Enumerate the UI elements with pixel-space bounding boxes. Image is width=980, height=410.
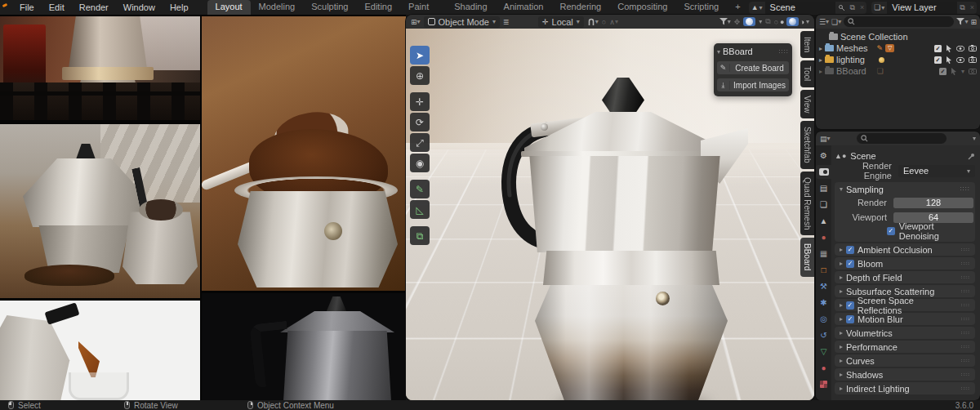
snap-icon[interactable]: ▾ bbox=[587, 18, 599, 26]
render-visibility-icon[interactable] bbox=[969, 68, 977, 74]
add-workspace-button[interactable]: + bbox=[727, 0, 748, 15]
overlays-toggle-icon[interactable] bbox=[743, 17, 755, 26]
scene-name-field[interactable]: Scene bbox=[765, 2, 835, 14]
view-layer-browse-icon[interactable]: ❏▾ bbox=[871, 3, 887, 11]
panel-shadows[interactable]: ▸ Shadows∷∷ bbox=[835, 368, 975, 381]
shading-rendered-icon[interactable]: ◑ bbox=[800, 18, 804, 26]
tool-scale[interactable]: ⤢ bbox=[410, 133, 430, 152]
render-visibility-icon[interactable] bbox=[969, 56, 977, 63]
menu-file[interactable]: File bbox=[12, 0, 42, 15]
menu-render[interactable]: Render bbox=[72, 0, 116, 15]
tab-physics-properties[interactable]: ◎ bbox=[816, 312, 831, 326]
sidebar-tab-view[interactable]: View bbox=[800, 90, 814, 119]
tab-world-properties[interactable]: ● bbox=[816, 230, 831, 244]
tab-output-properties[interactable]: ▤ bbox=[816, 181, 831, 195]
import-images-button[interactable]: ⤓ Import Images bbox=[717, 78, 789, 91]
panel-collapse-icon[interactable]: ▾ bbox=[840, 185, 843, 193]
tab-texture-properties[interactable] bbox=[816, 377, 831, 391]
falloff-icon[interactable]: ∧▾ bbox=[609, 18, 618, 26]
outliner-editor-type-icon[interactable]: ☰▾ bbox=[819, 18, 829, 26]
tab-collection-properties[interactable]: ▦ bbox=[816, 247, 831, 261]
panel-checkbox[interactable]: ✓ bbox=[846, 260, 854, 268]
scene-browse-icon[interactable]: ▲▾ bbox=[749, 3, 765, 11]
tab-modifier-properties[interactable]: ⚒ bbox=[816, 279, 831, 293]
sidebar-tab-tool[interactable]: Tool bbox=[800, 60, 814, 87]
view-layer-name-field[interactable]: View Layer bbox=[887, 2, 957, 14]
display-mode-icon[interactable]: ❏▾ bbox=[831, 18, 841, 26]
tool-transform[interactable]: ◉ bbox=[410, 154, 430, 172]
eye-closed-icon[interactable]: ▾ bbox=[961, 68, 964, 75]
viewport-denoising-checkbox[interactable]: ✓ bbox=[887, 227, 895, 235]
sidebar-tab-bboard[interactable]: BBoard bbox=[800, 238, 814, 276]
exclude-checkbox[interactable]: ✓ bbox=[934, 56, 942, 64]
render-engine-dropdown[interactable]: Eevee ▾ bbox=[898, 165, 975, 177]
tab-rendering[interactable]: Rendering bbox=[551, 0, 609, 15]
panel-volumetrics[interactable]: ▸ Volumetrics∷∷ bbox=[835, 327, 975, 339]
drag-handle-icon[interactable]: ∷∷ bbox=[779, 48, 789, 56]
reference-image-dark-pot[interactable] bbox=[202, 293, 406, 400]
menu-window[interactable]: Window bbox=[116, 0, 163, 15]
tab-render-properties[interactable] bbox=[816, 165, 831, 179]
object-visibility-icon[interactable]: ▾ bbox=[719, 18, 731, 25]
proportional-edit-icon[interactable]: ○ bbox=[602, 18, 606, 26]
expand-icon[interactable]: ▸ bbox=[819, 56, 822, 64]
filter-icon[interactable]: ▾ bbox=[956, 18, 968, 25]
hide-eye-icon[interactable] bbox=[956, 57, 964, 63]
tab-constraint-properties[interactable]: ↺ bbox=[816, 328, 831, 342]
tool-measure[interactable]: ◺ bbox=[410, 200, 430, 219]
panel-performance[interactable]: ▸ Performance∷∷ bbox=[835, 341, 975, 353]
menu-edit[interactable]: Edit bbox=[42, 0, 72, 15]
tool-select-box[interactable]: ➤ bbox=[410, 46, 430, 65]
tool-rotate[interactable]: ⟳ bbox=[410, 113, 430, 131]
tab-object-properties[interactable]: □ bbox=[816, 263, 831, 277]
tool-cursor[interactable]: ⊕ bbox=[410, 66, 430, 85]
scene-pin-icon[interactable] bbox=[835, 4, 848, 11]
panel-screen-space-reflections[interactable]: ▸ ✓ Screen Space Reflections∷∷ bbox=[835, 299, 975, 311]
outliner-row-lighting[interactable]: ▸ lighting ✓ bbox=[816, 54, 980, 65]
reference-image-stovetop[interactable] bbox=[0, 16, 200, 120]
create-board-button[interactable]: ✎ Create Board bbox=[717, 61, 789, 74]
selectable-icon[interactable] bbox=[946, 45, 952, 52]
panel-depth-of-field[interactable]: ▸ Depth of Field∷∷ bbox=[835, 271, 975, 283]
scene-new-icon[interactable]: ⧉ bbox=[848, 3, 858, 12]
viewport-3d[interactable]: ⊞▾ Object Mode ▾ ≡ ✛ Local ▾ ▾ ○ ∧▾ bbox=[406, 15, 814, 400]
panel-curves[interactable]: ▸ Curves∷∷ bbox=[835, 354, 975, 367]
tool-add-cube[interactable]: ⧉ bbox=[410, 226, 430, 245]
panel-checkbox[interactable]: ✓ bbox=[846, 301, 854, 310]
shading-material-icon[interactable] bbox=[786, 17, 799, 26]
exclude-checkbox[interactable]: ✓ bbox=[939, 68, 947, 75]
panel-checkbox[interactable]: ✓ bbox=[846, 315, 854, 323]
properties-search-input[interactable] bbox=[857, 133, 947, 144]
selectable-icon[interactable] bbox=[946, 56, 952, 64]
reference-image-two-pots[interactable] bbox=[0, 124, 200, 298]
panel-collapse-icon[interactable]: ▾ bbox=[717, 48, 720, 56]
tool-annotate[interactable]: ✎ bbox=[410, 180, 430, 198]
moka-pot-model[interactable] bbox=[498, 78, 743, 400]
tab-scripting[interactable]: Scripting bbox=[675, 0, 727, 15]
tab-animation[interactable]: Animation bbox=[496, 0, 552, 15]
scene-delete-icon[interactable]: × bbox=[858, 3, 866, 11]
panel-bloom[interactable]: ▸ ✓ Bloom∷∷ bbox=[835, 257, 975, 270]
pin-icon[interactable] bbox=[968, 153, 975, 160]
tab-sculpting[interactable]: Sculpting bbox=[303, 0, 356, 15]
tab-shading[interactable]: Shading bbox=[446, 0, 495, 15]
tab-particle-properties[interactable]: ✱ bbox=[816, 296, 831, 310]
shading-wireframe-icon[interactable]: ○ bbox=[774, 18, 778, 26]
tab-modeling[interactable]: Modeling bbox=[251, 0, 304, 15]
new-collection-icon[interactable]: ⊞ bbox=[970, 18, 977, 26]
mode-dropdown[interactable]: Object Mode ▾ bbox=[424, 16, 500, 28]
properties-editor-type-icon[interactable]: ▤▾ bbox=[820, 135, 831, 143]
tool-move[interactable]: ✛ bbox=[410, 92, 430, 111]
sidebar-tab-quad-remesh[interactable]: Quad Remesh bbox=[800, 172, 814, 235]
selectable-icon[interactable] bbox=[951, 68, 957, 75]
gizmo-icon[interactable]: ✥ bbox=[734, 18, 741, 26]
shading-solid-icon[interactable]: ● bbox=[780, 18, 784, 26]
outliner-row-meshes[interactable]: ▸ Meshes ✎ ▽ ✓ bbox=[816, 42, 980, 54]
drag-handle-icon[interactable]: ∷∷ bbox=[960, 185, 970, 193]
tab-tool-properties[interactable]: ⚙ bbox=[816, 149, 831, 163]
reference-image-grounds-closeup[interactable] bbox=[202, 16, 406, 291]
viewport-menu-icon[interactable]: ≡ bbox=[503, 16, 509, 28]
tab-compositing[interactable]: Compositing bbox=[609, 0, 675, 15]
tab-uv-editing[interactable]: UV Editing bbox=[356, 0, 400, 15]
tab-layout[interactable]: Layout bbox=[207, 0, 251, 15]
